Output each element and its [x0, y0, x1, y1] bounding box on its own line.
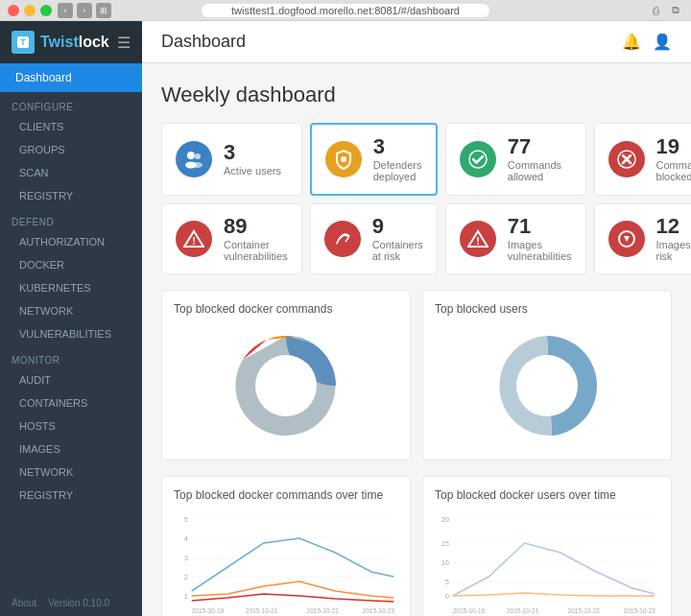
close-button[interactable] — [8, 5, 19, 16]
notification-icon[interactable]: 🔔 — [622, 33, 641, 51]
svg-text:2: 2 — [184, 573, 188, 581]
svg-point-6 — [341, 156, 346, 162]
defenders-label: Defenders deployed — [373, 159, 422, 182]
sidebar-section-defend: Defend — [0, 211, 142, 230]
window-list-button[interactable]: ⊞ — [96, 3, 111, 18]
sidebar-item-scan[interactable]: SCAN — [0, 161, 142, 184]
svg-text:15: 15 — [441, 539, 449, 548]
image-vuln-icon: ! — [460, 221, 496, 257]
images-at-risk-number: 12 — [656, 216, 691, 237]
container-vuln-icon: ! — [176, 221, 212, 257]
defenders-number: 3 — [373, 136, 422, 157]
svg-text:5: 5 — [184, 515, 188, 524]
commands-allowed-icon — [460, 141, 496, 178]
browser-actions: ⎙ ⧉ — [648, 3, 683, 18]
sidebar-item-registry[interactable]: REGISTRY — [0, 184, 142, 207]
commands-over-time-chart: Top blocked docker commands over time 5 … — [161, 476, 411, 616]
svg-text:20: 20 — [441, 515, 449, 524]
svg-point-15 — [516, 355, 578, 416]
sidebar-item-clients[interactable]: CLIENTS — [0, 115, 142, 138]
active-users-number: 3 — [224, 142, 281, 163]
svg-text:2015-10-22: 2015-10-22 — [568, 607, 601, 614]
commands-allowed-label: Commands allowed — [508, 159, 572, 182]
blocked-commands-donut — [174, 323, 398, 448]
sidebar-item-vulnerabilities[interactable]: VULNERABILITIES — [0, 322, 142, 345]
stats-grid: 3 Active users 3 Defenders deployed — [161, 123, 672, 274]
sidebar-item-containers[interactable]: CONTAINERS — [0, 391, 142, 415]
about-link[interactable]: About — [12, 598, 36, 608]
stat-card-defenders[interactable]: 3 Defenders deployed — [310, 123, 438, 196]
header-actions: 🔔 👤 — [622, 33, 672, 51]
blocked-users-title: Top blocked users — [435, 302, 659, 316]
images-at-risk-icon — [608, 221, 645, 257]
defenders-info: 3 Defenders deployed — [373, 136, 422, 182]
image-vuln-info: 71 Images vulnerabilities — [508, 216, 572, 262]
container-vuln-info: 89 Container vulnerabilities — [224, 216, 288, 262]
svg-text:!: ! — [476, 235, 480, 247]
minimize-button[interactable] — [24, 5, 36, 16]
stat-card-commands-allowed[interactable]: 77 Commands allowed — [445, 123, 586, 196]
stat-card-commands-blocked[interactable]: 19 Commands blocked — [594, 123, 691, 196]
sidebar-item-registry2[interactable]: REGISTRY — [0, 484, 142, 507]
logo-text: Twistlock — [40, 34, 109, 51]
svg-text:1: 1 — [184, 592, 188, 601]
stat-card-container-vuln[interactable]: ! 89 Container vulnerabilities — [161, 203, 302, 274]
image-vuln-label: Images vulnerabilities — [508, 239, 572, 262]
stat-card-containers-at-risk[interactable]: 9 Containers at risk — [310, 203, 438, 274]
back-button[interactable]: ‹ — [58, 3, 73, 18]
stat-card-image-vuln[interactable]: ! 71 Images vulnerabilities — [445, 203, 586, 274]
images-at-risk-info: 12 Images at risk — [656, 216, 691, 262]
svg-point-5 — [193, 162, 203, 168]
sidebar-item-network[interactable]: NETWORK — [0, 299, 142, 322]
sidebar-section-monitor: Monitor — [0, 349, 142, 368]
sidebar-item-hosts[interactable]: HOSTS — [0, 415, 142, 438]
svg-text:2015-10-21: 2015-10-21 — [507, 607, 539, 614]
titlebar: ‹ › ⊞ twisttest1.dogfood.morello.net:808… — [0, 0, 691, 21]
users-line-chart: 20 15 10 5 0 2015-10-19 2015-10-21 — [435, 509, 659, 616]
forward-button[interactable]: › — [77, 3, 92, 18]
containers-at-risk-info: 9 Containers at risk — [372, 216, 423, 262]
commands-line-chart: 5 4 3 2 1 2015-10-19 — [174, 509, 398, 616]
main-title: Dashboard — [161, 32, 246, 52]
browser-nav: ‹ › ⊞ — [58, 3, 111, 18]
sidebar-item-docker[interactable]: DOCKER — [0, 253, 142, 276]
sidebar-item-audit[interactable]: AUDIT — [0, 368, 142, 391]
url-bar[interactable]: twisttest1.dogfood.morello.net:8081/#/da… — [202, 4, 489, 17]
sidebar-footer: About Version 0.10.0 — [0, 590, 142, 616]
sidebar-item-groups[interactable]: GROUPS — [0, 138, 142, 161]
svg-text:2015-10-23: 2015-10-23 — [624, 607, 656, 614]
hamburger-icon[interactable]: ☰ — [117, 34, 131, 52]
commands-blocked-info: 19 Commands blocked — [656, 136, 691, 182]
window-icon[interactable]: ⧉ — [668, 3, 683, 18]
commands-blocked-number: 19 — [656, 136, 691, 157]
commands-allowed-number: 77 — [508, 136, 572, 157]
containers-at-risk-number: 9 — [372, 216, 423, 237]
svg-text:10: 10 — [441, 558, 449, 567]
sidebar-item-images[interactable]: IMAGES — [0, 438, 142, 461]
sidebar-item-network2[interactable]: NETWORK — [0, 461, 142, 484]
commands-blocked-icon — [608, 141, 645, 178]
stat-card-active-users[interactable]: 3 Active users — [161, 123, 302, 196]
sidebar-section-configure: Configure — [0, 96, 142, 115]
svg-text:2015-10-19: 2015-10-19 — [453, 607, 486, 614]
sidebar-item-dashboard[interactable]: Dashboard — [0, 63, 142, 92]
svg-text:4: 4 — [184, 534, 189, 543]
charts-row-donuts: Top blocked docker commands — [161, 290, 672, 461]
sidebar-item-kubernetes[interactable]: KUBERNETES — [0, 276, 142, 299]
image-vuln-number: 71 — [508, 216, 572, 237]
user-icon[interactable]: 👤 — [653, 33, 672, 51]
maximize-button[interactable] — [40, 5, 52, 16]
page-title: Weekly dashboard — [161, 83, 672, 107]
containers-at-risk-label: Containers at risk — [372, 239, 423, 262]
sidebar-item-authorization[interactable]: AUTHORIZATION — [0, 230, 142, 253]
share-icon[interactable]: ⎙ — [648, 3, 663, 18]
svg-text:2015-10-23: 2015-10-23 — [363, 607, 395, 614]
stat-card-images-at-risk[interactable]: 12 Images at risk — [594, 203, 691, 274]
svg-point-3 — [195, 154, 201, 159]
main-header: Dashboard 🔔 👤 — [142, 21, 691, 63]
container-vuln-label: Container vulnerabilities — [224, 239, 288, 262]
logo-icon: T — [12, 31, 35, 54]
users-over-time-title: Top blocked docker users over time — [435, 488, 659, 502]
svg-point-14 — [255, 355, 317, 416]
sidebar-header: T Twistlock ☰ — [0, 21, 142, 63]
